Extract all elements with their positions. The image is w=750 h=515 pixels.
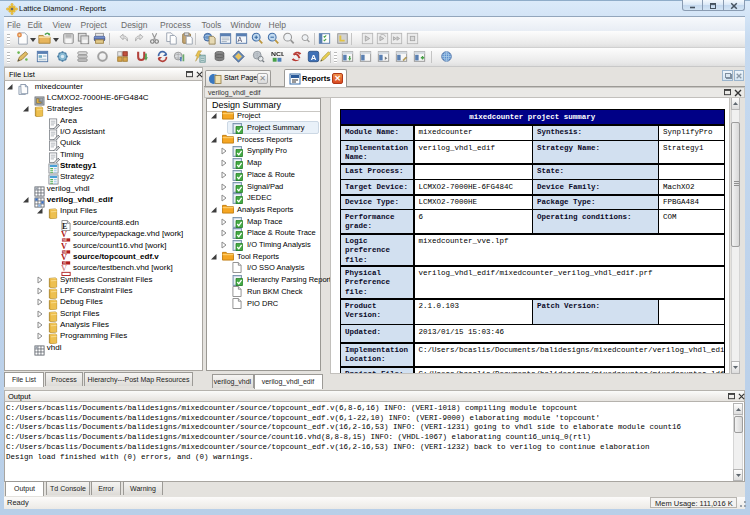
svg-text:A: A: [237, 36, 242, 43]
svg-text:NCL: NCL: [271, 51, 284, 58]
svg-text:A: A: [311, 53, 317, 62]
